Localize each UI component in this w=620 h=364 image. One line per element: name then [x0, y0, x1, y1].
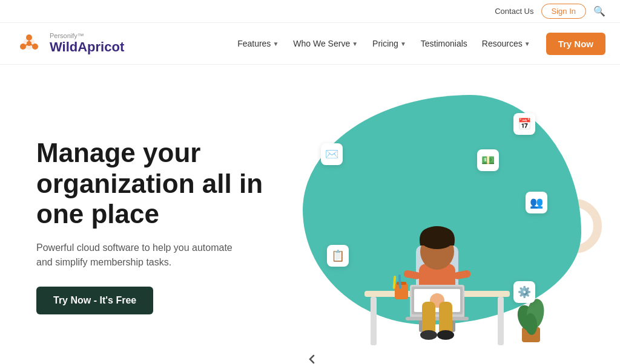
svg-point-1: [26, 34, 32, 41]
float-icon-email: ✉️: [321, 143, 343, 165]
try-now-nav-button[interactable]: Try Now: [546, 33, 605, 55]
nav-features-label: Features: [237, 39, 271, 48]
float-icon-settings: ⚙️: [513, 281, 535, 303]
float-icon-users: 👥: [526, 192, 547, 213]
nav-links: Features ▼ Who We Serve ▼ Pricing ▼ Test…: [231, 35, 536, 52]
chevron-down-icon: ▼: [400, 41, 406, 47]
hero-subtitle: Powerful cloud software to help you auto…: [36, 241, 242, 270]
logo-icon: [15, 29, 44, 58]
svg-rect-10: [498, 297, 504, 345]
hero-left: Manage your organization all in one plac…: [36, 138, 291, 314]
nav-testimonials-label: Testimonials: [421, 39, 467, 48]
chevron-down-icon: ▼: [272, 41, 279, 47]
svg-rect-25: [422, 302, 435, 335]
svg-rect-29: [395, 284, 408, 299]
chevron-down-icon: ▼: [352, 41, 358, 47]
svg-point-27: [420, 330, 437, 340]
logo-text-area: Personify™ WildApricot: [50, 32, 124, 55]
chevron-down-icon: ▼: [524, 41, 530, 47]
hero-title: Manage your organization all in one plac…: [36, 138, 291, 230]
hero-right: ✉️ 📅 💵 👥 ⚙️ 📋: [291, 89, 584, 363]
logo-brand-text: WildApricot: [50, 39, 124, 55]
main-nav: Personify™ WildApricot Features ▼ Who We…: [0, 23, 620, 65]
utility-bar: Contact Us Sign In 🔍: [0, 0, 620, 23]
nav-who-we-serve-label: Who We Serve: [293, 39, 350, 48]
try-now-hero-button[interactable]: Try Now - It's Free: [36, 287, 153, 314]
hero-illustration: [316, 146, 558, 363]
logo-area: Personify™ WildApricot: [15, 29, 124, 58]
svg-point-7: [27, 41, 31, 46]
nav-pricing-label: Pricing: [372, 39, 398, 48]
nav-item-pricing[interactable]: Pricing ▼: [366, 35, 412, 52]
search-icon: 🔍: [593, 6, 605, 16]
svg-rect-30: [397, 282, 406, 285]
svg-rect-26: [439, 302, 452, 335]
float-icon-money: 💵: [477, 149, 499, 171]
hero-section: Manage your organization all in one plac…: [0, 65, 620, 364]
float-icon-calendar: 📅: [513, 113, 535, 135]
svg-rect-9: [371, 297, 377, 345]
svg-point-28: [437, 330, 454, 340]
nav-item-features[interactable]: Features ▼: [231, 35, 285, 52]
nav-resources-label: Resources: [482, 39, 523, 48]
nav-item-resources[interactable]: Resources ▼: [476, 35, 536, 52]
contact-link[interactable]: Contact Us: [495, 7, 533, 16]
float-icon-document: 📋: [327, 245, 349, 267]
search-button[interactable]: 🔍: [593, 5, 605, 17]
nav-item-who-we-serve[interactable]: Who We Serve ▼: [287, 35, 364, 52]
logo-personify-text: Personify™: [50, 32, 124, 39]
svg-rect-24: [406, 317, 469, 320]
nav-item-testimonials[interactable]: Testimonials: [415, 35, 473, 52]
signin-button[interactable]: Sign In: [541, 4, 586, 19]
